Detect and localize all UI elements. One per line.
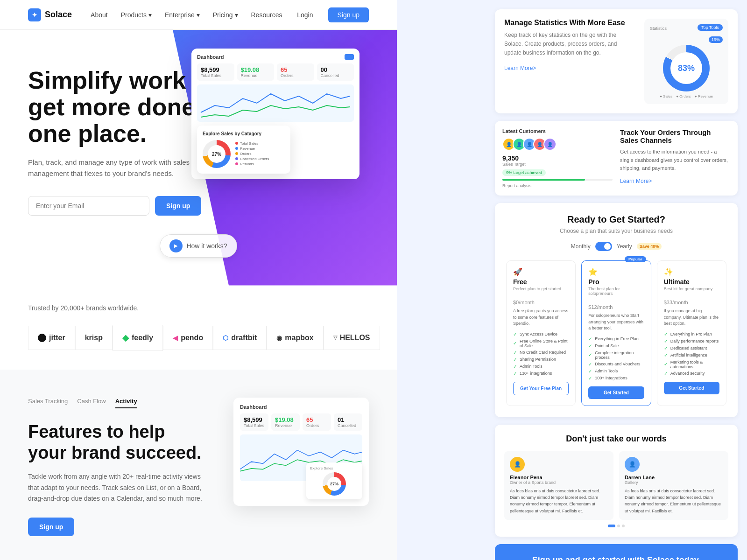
pricing-ultimate: ✨ Ultimate Best kit for great company $3… — [657, 260, 726, 406]
orders-title: Track Your Orders Through Sales Channels — [620, 128, 730, 144]
features-tabs: Sales Tracking Cash Flow Activity — [28, 398, 205, 408]
toggle-knob — [604, 243, 611, 250]
feat-stat-0: $8,599Total Sales — [240, 413, 268, 431]
free-feature-3: ✓Sharing Permission — [513, 357, 569, 362]
testimonial-name-0: Eleanor Pena — [510, 475, 608, 480]
brand-pendo[interactable]: ◀ pendo — [163, 326, 213, 350]
tab-sales-tracking[interactable]: Sales Tracking — [28, 398, 68, 408]
ultimate-plan-icon: ✨ — [664, 267, 719, 276]
orders-learn-more[interactable]: Learn More> — [620, 178, 652, 184]
features-left: Sales Tracking Cash Flow Activity Featur… — [28, 398, 205, 537]
brand-mapbox[interactable]: ◉ mapbox — [267, 326, 323, 350]
billing-switch[interactable] — [595, 242, 612, 251]
testimonial-text-0: As foes blas oris ut duis consectetur la… — [510, 488, 608, 515]
testimonial-text-1: As foes blas oris ut duis consectetur la… — [625, 488, 723, 515]
brand-krisp[interactable]: krisp — [75, 326, 113, 350]
testimonial-avatar-1: 👤 — [625, 457, 640, 472]
brand-jitter[interactable]: jitter — [28, 326, 75, 350]
logo-icon: ✦ — [28, 8, 41, 21]
nav-about[interactable]: About — [91, 11, 108, 19]
pro-feature-4: ✓Admin Tools — [588, 369, 644, 374]
features-stats: $8,599Total Sales $19.08Revenue 65Orders… — [240, 413, 362, 431]
brand-hellos[interactable]: ▽ HELLOS — [324, 326, 380, 350]
mini-donut-panel: Explore Sales 27% — [306, 462, 362, 499]
ultimate-plan-tagline: Best kit for great company — [664, 287, 719, 291]
dot-0[interactable] — [608, 525, 615, 527]
pro-plan-price: $12/month — [588, 300, 644, 312]
nav-enterprise[interactable]: Enterprise ▾ — [165, 11, 200, 19]
stat-label-1: Revenue — [241, 73, 271, 78]
hero-email-input[interactable] — [28, 196, 149, 216]
testimonials-section: Don't just take our words 👤 Eleanor Pena… — [495, 425, 738, 537]
pricing-pro: Popular ⭐ Pro The best plan for solopren… — [581, 260, 651, 406]
pro-feature-1: ✓Point of Sale — [588, 343, 644, 349]
legend-item-4: Refunds — [235, 162, 269, 166]
tab-activity[interactable]: Activity — [115, 398, 137, 408]
pricing-grid: 🚀 Free Perfect plan to get started $0/mo… — [506, 260, 726, 406]
testimonial-name-1: Darren Lane — [625, 475, 723, 480]
sales-target-value: 9,350 — [502, 154, 526, 162]
ult-feature-0: ✓Everything in Pro Plan — [664, 332, 719, 337]
nav-pricing[interactable]: Pricing ▾ — [213, 11, 238, 19]
customers-stats-row: 9,350 Sales Target — [502, 154, 613, 167]
features-dashboard-inner: Dashboard $8,599Total Sales $19.08Revenu… — [233, 398, 369, 506]
dot-1[interactable] — [617, 525, 620, 527]
explore-panel: Explore Sales by Catagory 27% Total Sale… — [197, 126, 290, 174]
nav-products[interactable]: Products ▾ — [121, 11, 152, 19]
testimonial-avatar-0: 👤 — [510, 457, 525, 472]
stats-learn-more[interactable]: Learn More> — [504, 65, 536, 71]
free-feature-0: ✓Sync Access Device — [513, 332, 569, 337]
billing-toggle: Monthly Yearly Save 40% — [506, 242, 726, 251]
testimonial-role-0: Owner of a Sports brand — [510, 480, 608, 485]
signup-nav-button[interactable]: Sign up — [328, 7, 369, 22]
pricing-title: Ready to Get Started? — [506, 214, 726, 225]
how-it-works-button[interactable]: ▶ How it works? — [160, 234, 237, 258]
ult-feature-2: ✓Dedicated assistant — [664, 346, 719, 351]
testimonial-dots — [504, 525, 728, 527]
stats-card-title: Manage Statistics With More Ease — [504, 19, 635, 27]
report-analysis-link[interactable]: Report analysis — [502, 183, 613, 188]
feat-stat-2: 65Orders — [303, 413, 331, 431]
ult-feature-1: ✓Daily performance reports — [664, 339, 719, 344]
pro-plan-name: Pro — [588, 278, 644, 286]
brand-feedly[interactable]: ◆ feedly — [113, 325, 163, 351]
stat-value-3: 00 — [321, 66, 351, 73]
nav-resources[interactable]: Resources — [251, 11, 282, 19]
cta-section: Sign up and get started with Solace toda… — [495, 544, 738, 560]
hero-dashboard: Dashboard $8,599 Total Sales $19.08 Reve… — [191, 49, 359, 179]
donut-labels: ● Sales ● Orders ● Revenue — [650, 94, 723, 98]
pricing-free: 🚀 Free Perfect plan to get started $0/mo… — [506, 260, 576, 406]
ult-feature-5: ✓Advanced security — [664, 371, 719, 376]
ultimate-plan-desc: If you manage at big company, Ultimate p… — [664, 308, 719, 327]
today-badge — [345, 54, 354, 60]
feat-stat-1: $19.08Revenue — [271, 413, 300, 431]
free-plan-cta[interactable]: Get Your Free Plan — [513, 382, 569, 395]
hero-subtitle: Plan, track, and manage any type of work… — [28, 157, 205, 179]
pro-plan-icon: ⭐ — [588, 267, 644, 276]
pro-plan-cta[interactable]: Get Started — [588, 386, 644, 399]
stat-value-0: $8,599 — [201, 66, 231, 73]
login-button[interactable]: Login — [289, 7, 320, 22]
dot-2[interactable] — [622, 525, 625, 527]
free-feature-4: ✓Admin Tools — [513, 364, 569, 369]
free-plan-desc: A free plan grants you access to some co… — [513, 308, 569, 327]
play-icon: ▶ — [169, 239, 183, 252]
stat-total-sales: $8,599 Total Sales — [197, 63, 234, 81]
hero-signup-button[interactable]: Sign up — [155, 196, 201, 216]
ultimate-plan-cta[interactable]: Get Started — [664, 382, 719, 394]
stat-label-0: Total Sales — [201, 73, 231, 78]
legend-item-2: Orders — [235, 152, 269, 156]
brand-draftbit[interactable]: ⬡ draftbit — [213, 326, 267, 350]
nav-actions: Login Sign up — [289, 7, 369, 22]
stat-value-1: $19.08 — [241, 66, 271, 73]
save-badge: Save 40% — [637, 243, 662, 250]
features-signup-button[interactable]: Sign up — [28, 518, 74, 536]
customers-orders-row: Latest Customers 👤 👤 👤 👤 👤 9,350 Sales T… — [495, 121, 738, 196]
sales-target-label: Sales Target — [502, 162, 526, 167]
features-desc: Tackle work from any angle with 20+ real… — [28, 471, 205, 504]
pro-plan-tagline: The best plan for solopreneurs — [588, 287, 644, 296]
pro-plan-desc: For solopreneurs who Start arranging you… — [588, 313, 644, 332]
tab-cash-flow[interactable]: Cash Flow — [77, 398, 106, 408]
logo[interactable]: ✦ Solace — [28, 8, 72, 21]
testimonials-title: Don't just take our words — [504, 434, 728, 444]
